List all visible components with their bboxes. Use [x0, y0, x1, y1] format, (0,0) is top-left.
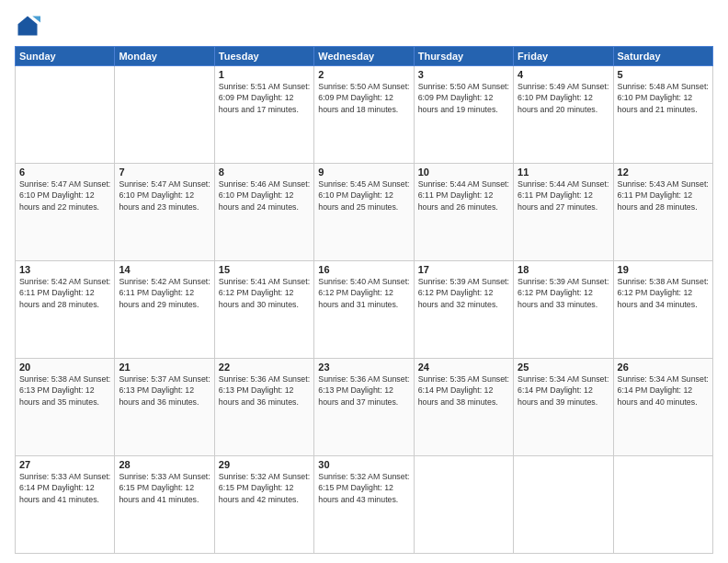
day-info: Sunrise: 5:38 AM Sunset: 6:13 PM Dayligh…: [19, 373, 110, 408]
weekday-header: Friday: [514, 47, 613, 66]
day-number: 2: [318, 69, 409, 80]
calendar-cell: 23Sunrise: 5:36 AM Sunset: 6:13 PM Dayli…: [314, 359, 414, 456]
day-number: 5: [618, 69, 709, 80]
day-number: 24: [418, 362, 509, 373]
calendar-cell: 6Sunrise: 5:47 AM Sunset: 6:10 PM Daylig…: [16, 164, 115, 261]
svg-marker-0: [18, 17, 38, 36]
weekday-header: Sunday: [16, 47, 115, 66]
day-info: Sunrise: 5:50 AM Sunset: 6:09 PM Dayligh…: [418, 81, 509, 115]
calendar-cell: 17Sunrise: 5:39 AM Sunset: 6:12 PM Dayli…: [414, 261, 513, 359]
weekday-header: Monday: [115, 47, 214, 66]
day-info: Sunrise: 5:36 AM Sunset: 6:13 PM Dayligh…: [318, 373, 409, 408]
day-info: Sunrise: 5:45 AM Sunset: 6:10 PM Dayligh…: [318, 178, 409, 213]
calendar-cell: 12Sunrise: 5:43 AM Sunset: 6:11 PM Dayli…: [613, 164, 712, 261]
calendar-cell: 24Sunrise: 5:35 AM Sunset: 6:14 PM Dayli…: [414, 359, 513, 456]
calendar-cell: 14Sunrise: 5:42 AM Sunset: 6:11 PM Dayli…: [115, 261, 214, 359]
calendar-week-row: 27Sunrise: 5:33 AM Sunset: 6:14 PM Dayli…: [16, 456, 713, 554]
day-number: 21: [119, 362, 210, 373]
day-info: Sunrise: 5:42 AM Sunset: 6:11 PM Dayligh…: [19, 276, 110, 310]
day-info: Sunrise: 5:40 AM Sunset: 6:12 PM Dayligh…: [318, 276, 409, 310]
calendar-week-row: 1Sunrise: 5:51 AM Sunset: 6:09 PM Daylig…: [16, 66, 713, 164]
day-number: 28: [119, 459, 210, 470]
header: [15, 13, 713, 39]
day-info: Sunrise: 5:35 AM Sunset: 6:14 PM Dayligh…: [418, 373, 509, 408]
calendar-cell: 11Sunrise: 5:44 AM Sunset: 6:11 PM Dayli…: [514, 164, 613, 261]
day-number: 30: [318, 459, 409, 470]
calendar-cell: [514, 456, 613, 554]
day-number: 15: [219, 264, 310, 275]
calendar-cell: [613, 456, 712, 554]
day-info: Sunrise: 5:48 AM Sunset: 6:10 PM Dayligh…: [618, 81, 709, 115]
calendar-table: SundayMondayTuesdayWednesdayThursdayFrid…: [15, 46, 713, 554]
day-number: 10: [418, 167, 509, 178]
day-number: 12: [618, 167, 709, 178]
calendar-cell: 30Sunrise: 5:32 AM Sunset: 6:15 PM Dayli…: [314, 456, 414, 554]
calendar-cell: 15Sunrise: 5:41 AM Sunset: 6:12 PM Dayli…: [214, 261, 313, 359]
day-info: Sunrise: 5:34 AM Sunset: 6:14 PM Dayligh…: [518, 373, 609, 408]
calendar-week-row: 6Sunrise: 5:47 AM Sunset: 6:10 PM Daylig…: [16, 164, 713, 261]
day-number: 3: [418, 69, 509, 80]
calendar-cell: 5Sunrise: 5:48 AM Sunset: 6:10 PM Daylig…: [613, 66, 712, 164]
day-number: 23: [318, 362, 409, 373]
calendar-cell: 10Sunrise: 5:44 AM Sunset: 6:11 PM Dayli…: [414, 164, 513, 261]
day-info: Sunrise: 5:44 AM Sunset: 6:11 PM Dayligh…: [518, 178, 609, 213]
day-info: Sunrise: 5:41 AM Sunset: 6:12 PM Dayligh…: [219, 276, 310, 310]
calendar-cell: 26Sunrise: 5:34 AM Sunset: 6:14 PM Dayli…: [613, 359, 712, 456]
page: SundayMondayTuesdayWednesdayThursdayFrid…: [0, 0, 728, 563]
day-info: Sunrise: 5:50 AM Sunset: 6:09 PM Dayligh…: [318, 81, 409, 115]
day-number: 27: [19, 459, 110, 470]
day-info: Sunrise: 5:43 AM Sunset: 6:11 PM Dayligh…: [618, 178, 709, 213]
day-info: Sunrise: 5:42 AM Sunset: 6:11 PM Dayligh…: [119, 276, 210, 310]
calendar-week-row: 20Sunrise: 5:38 AM Sunset: 6:13 PM Dayli…: [16, 359, 713, 456]
logo-icon: [15, 13, 40, 39]
calendar-cell: 18Sunrise: 5:39 AM Sunset: 6:12 PM Dayli…: [514, 261, 613, 359]
day-info: Sunrise: 5:34 AM Sunset: 6:14 PM Dayligh…: [618, 373, 709, 408]
calendar-cell: [16, 66, 115, 164]
day-info: Sunrise: 5:33 AM Sunset: 6:14 PM Dayligh…: [19, 471, 110, 505]
day-info: Sunrise: 5:33 AM Sunset: 6:15 PM Dayligh…: [119, 471, 210, 505]
day-info: Sunrise: 5:51 AM Sunset: 6:09 PM Dayligh…: [219, 81, 310, 115]
calendar-cell: 20Sunrise: 5:38 AM Sunset: 6:13 PM Dayli…: [16, 359, 115, 456]
calendar-cell: 21Sunrise: 5:37 AM Sunset: 6:13 PM Dayli…: [115, 359, 214, 456]
calendar-cell: 7Sunrise: 5:47 AM Sunset: 6:10 PM Daylig…: [115, 164, 214, 261]
weekday-header: Thursday: [414, 47, 513, 66]
calendar-cell: 25Sunrise: 5:34 AM Sunset: 6:14 PM Dayli…: [514, 359, 613, 456]
day-number: 7: [119, 167, 210, 178]
day-number: 1: [219, 69, 310, 80]
logo: [15, 13, 44, 39]
calendar-cell: 2Sunrise: 5:50 AM Sunset: 6:09 PM Daylig…: [314, 66, 414, 164]
calendar-cell: 9Sunrise: 5:45 AM Sunset: 6:10 PM Daylig…: [314, 164, 414, 261]
day-number: 6: [19, 167, 110, 178]
day-info: Sunrise: 5:44 AM Sunset: 6:11 PM Dayligh…: [418, 178, 509, 213]
day-number: 29: [219, 459, 310, 470]
calendar-cell: 27Sunrise: 5:33 AM Sunset: 6:14 PM Dayli…: [16, 456, 115, 554]
calendar-week-row: 13Sunrise: 5:42 AM Sunset: 6:11 PM Dayli…: [16, 261, 713, 359]
day-info: Sunrise: 5:47 AM Sunset: 6:10 PM Dayligh…: [119, 178, 210, 213]
day-number: 9: [318, 167, 409, 178]
calendar-cell: 3Sunrise: 5:50 AM Sunset: 6:09 PM Daylig…: [414, 66, 513, 164]
day-number: 20: [19, 362, 110, 373]
day-info: Sunrise: 5:47 AM Sunset: 6:10 PM Dayligh…: [19, 178, 110, 213]
day-number: 22: [219, 362, 310, 373]
day-number: 19: [618, 264, 709, 275]
day-info: Sunrise: 5:37 AM Sunset: 6:13 PM Dayligh…: [119, 373, 210, 408]
calendar-cell: [414, 456, 513, 554]
day-info: Sunrise: 5:39 AM Sunset: 6:12 PM Dayligh…: [418, 276, 509, 310]
weekday-header: Tuesday: [214, 47, 313, 66]
day-info: Sunrise: 5:32 AM Sunset: 6:15 PM Dayligh…: [318, 471, 409, 505]
calendar-cell: [115, 66, 214, 164]
day-info: Sunrise: 5:38 AM Sunset: 6:12 PM Dayligh…: [618, 276, 709, 310]
day-number: 13: [19, 264, 110, 275]
calendar-cell: 29Sunrise: 5:32 AM Sunset: 6:15 PM Dayli…: [214, 456, 313, 554]
day-number: 14: [119, 264, 210, 275]
day-number: 18: [518, 264, 609, 275]
weekday-header: Wednesday: [314, 47, 414, 66]
day-info: Sunrise: 5:36 AM Sunset: 6:13 PM Dayligh…: [219, 373, 310, 408]
calendar-cell: 4Sunrise: 5:49 AM Sunset: 6:10 PM Daylig…: [514, 66, 613, 164]
day-number: 4: [518, 69, 609, 80]
day-number: 11: [518, 167, 609, 178]
calendar-cell: 28Sunrise: 5:33 AM Sunset: 6:15 PM Dayli…: [115, 456, 214, 554]
calendar-cell: 1Sunrise: 5:51 AM Sunset: 6:09 PM Daylig…: [214, 66, 313, 164]
day-info: Sunrise: 5:39 AM Sunset: 6:12 PM Dayligh…: [518, 276, 609, 310]
weekday-header: Saturday: [613, 47, 712, 66]
